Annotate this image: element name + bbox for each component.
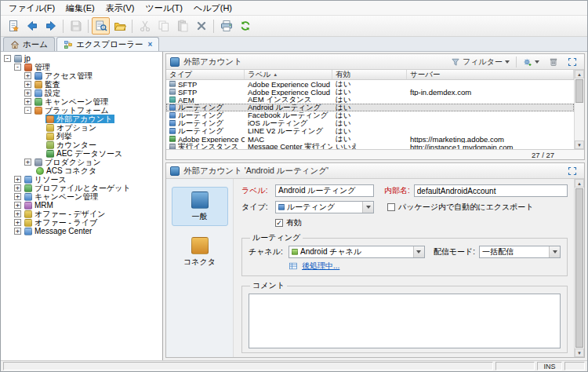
account-row[interactable]: ルーティングAndroid ルーティングはい: [166, 104, 574, 111]
expand-toggle-icon[interactable]: +: [14, 202, 21, 209]
external-accounts-list-panel: 外部アカウント フィルター: [165, 53, 585, 160]
account-row[interactable]: ルーティングiOS ルーティングはい: [166, 119, 574, 127]
tab-home[interactable]: ホーム: [3, 37, 55, 51]
account-row[interactable]: 実行インスタンスMessage Center 実行インス...いいえhttp:/…: [166, 143, 574, 149]
account-row[interactable]: ルーティングLINE V2 ルーティングはい: [166, 127, 574, 135]
tab-general[interactable]: 一般: [172, 187, 228, 226]
collapse-toggle-icon[interactable]: -: [4, 55, 11, 62]
expand-list-button[interactable]: [564, 56, 580, 68]
navigation-tree: -jp-管理+アクセス管理+監査+設定+キャンペーン管理-プラットフォーム外部ア…: [1, 52, 163, 360]
tree-item-access-management[interactable]: +アクセス管理: [1, 71, 162, 80]
sftp-icon: [169, 89, 176, 95]
column-header-col-server[interactable]: サーバー: [407, 70, 574, 79]
help-menu[interactable]: ヘルプ(H): [188, 2, 238, 15]
account-row[interactable]: AEMAEM インスタンスはい: [166, 96, 574, 104]
scroll-up-arrow[interactable]: ▲: [575, 179, 584, 188]
new-button[interactable]: [4, 17, 22, 35]
delete-record-button[interactable]: [546, 56, 561, 68]
type-text: SFTP: [178, 88, 197, 96]
enabled-checkbox[interactable]: ✓ 有効: [275, 217, 302, 228]
gear-plus-icon: [523, 57, 532, 67]
expand-toggle-icon[interactable]: +: [14, 193, 21, 200]
post-processing-link[interactable]: 後処理中...: [302, 261, 339, 272]
exec-instance-icon: [169, 144, 176, 149]
message-center-icon: [24, 228, 32, 235]
expand-toggle-icon[interactable]: +: [14, 184, 21, 191]
comment-textarea[interactable]: [249, 294, 561, 348]
tab-explorer[interactable]: エクスプローラー×: [56, 37, 159, 51]
tab-connector[interactable]: コネクタ: [172, 232, 228, 272]
connector-tab-icon: [191, 237, 209, 254]
routing-icon: [169, 120, 176, 126]
type-select[interactable]: ルーティング: [275, 201, 374, 213]
account-row[interactable]: SFTPAdobe Experience Cloud ...はいftp-in.d…: [166, 88, 574, 96]
expand-toggle-icon[interactable]: +: [24, 159, 31, 166]
expand-toggle-icon[interactable]: +: [24, 72, 31, 79]
expand-toggle-icon[interactable]: +: [14, 210, 21, 217]
label-input[interactable]: [275, 184, 374, 197]
print-icon: [220, 20, 233, 32]
scroll-track[interactable]: [575, 104, 584, 140]
profiles-icon: [24, 184, 32, 192]
cell-server: https://marketing.adobe.com: [407, 135, 574, 143]
back-button[interactable]: [23, 17, 41, 35]
scroll-thumb[interactable]: [575, 188, 583, 348]
tree-item-label: jp: [24, 54, 31, 63]
scroll-up-arrow[interactable]: ▲: [575, 70, 584, 78]
tree-item-campaign-management[interactable]: +キャンペーン管理: [1, 192, 162, 201]
tree-item-acs-connector[interactable]: ACS コネクタ: [1, 166, 162, 175]
expand-toggle-icon[interactable]: +: [24, 89, 31, 97]
internal-name-input[interactable]: [414, 184, 568, 197]
file-menu[interactable]: ファイル(F): [3, 2, 60, 15]
scroll-thumb[interactable]: [575, 79, 583, 103]
forward-button[interactable]: [42, 17, 60, 35]
account-row[interactable]: ルーティングFacebook ルーティングはい: [166, 111, 574, 119]
open-folder-button[interactable]: [111, 17, 129, 35]
detail-scrollbar[interactable]: ▲ ▼: [574, 179, 584, 357]
paste-button: [173, 17, 191, 35]
expand-toggle-icon[interactable]: +: [24, 81, 31, 88]
cell-label: MAC: [245, 135, 332, 143]
refresh-button[interactable]: [236, 17, 254, 35]
channel-select[interactable]: Android チャネル: [289, 246, 425, 258]
general-icon: [191, 191, 209, 209]
column-header-col-label[interactable]: ラベル▲: [245, 70, 332, 79]
scroll-down-arrow[interactable]: ▼: [575, 140, 584, 149]
delete-button[interactable]: [192, 17, 210, 35]
tree-item-audit[interactable]: +監査: [1, 80, 162, 89]
edit-menu[interactable]: 編集(E): [60, 2, 100, 15]
expand-toggle-icon[interactable]: +: [14, 228, 21, 235]
column-header-col-type[interactable]: タイプ: [166, 70, 245, 79]
configure-list-button[interactable]: [520, 56, 543, 68]
expand-toggle-icon[interactable]: +: [14, 219, 21, 226]
view-menu[interactable]: 表示(V): [100, 2, 140, 15]
column-header-col-enabled[interactable]: 有効: [332, 70, 407, 79]
expand-detail-button[interactable]: [564, 165, 580, 177]
tree-item-message-center[interactable]: +Message Center: [1, 227, 162, 235]
print-button[interactable]: [217, 17, 235, 35]
delivery-mode-select[interactable]: 一括配信: [479, 246, 561, 258]
type-text: ルーティング: [178, 119, 223, 127]
expand-toggle-icon[interactable]: +: [14, 176, 21, 183]
tree-item-options[interactable]: オプション: [1, 123, 162, 132]
scroll-down-arrow[interactable]: ▼: [575, 348, 584, 357]
collapse-toggle-icon[interactable]: -: [14, 64, 21, 71]
expand-toggle-icon[interactable]: +: [24, 98, 31, 105]
tools-menu[interactable]: ツール(T): [140, 2, 188, 15]
tab-close-icon[interactable]: ×: [147, 41, 152, 49]
cell-label: Adobe Experience Cloud ...: [245, 80, 332, 88]
preview-toggle-button[interactable]: [92, 17, 110, 35]
cell-server: [407, 104, 574, 111]
tree-item-jp-root[interactable]: -jp: [1, 54, 162, 63]
internal-name-caption: 内部名:: [384, 185, 410, 196]
account-row[interactable]: Adobe Experience Cl...MACはいhttps://marke…: [166, 135, 574, 143]
filter-button[interactable]: フィルター: [448, 55, 513, 69]
enabled-checkbox-box: ✓: [275, 219, 283, 227]
table-scrollbar[interactable]: ▲ ▼: [574, 70, 584, 149]
list-panel-header: 外部アカウント フィルター: [166, 54, 584, 70]
collapse-toggle-icon[interactable]: -: [24, 107, 31, 114]
tree-item-offers-live[interactable]: +オファー - ライブ: [1, 218, 162, 227]
auto-export-checkbox[interactable]: パッケージ内で自動的にエクスポート: [387, 202, 534, 213]
cell-enabled: はい: [332, 127, 407, 135]
account-row[interactable]: SFTPAdobe Experience Cloud ...はい: [166, 80, 574, 88]
